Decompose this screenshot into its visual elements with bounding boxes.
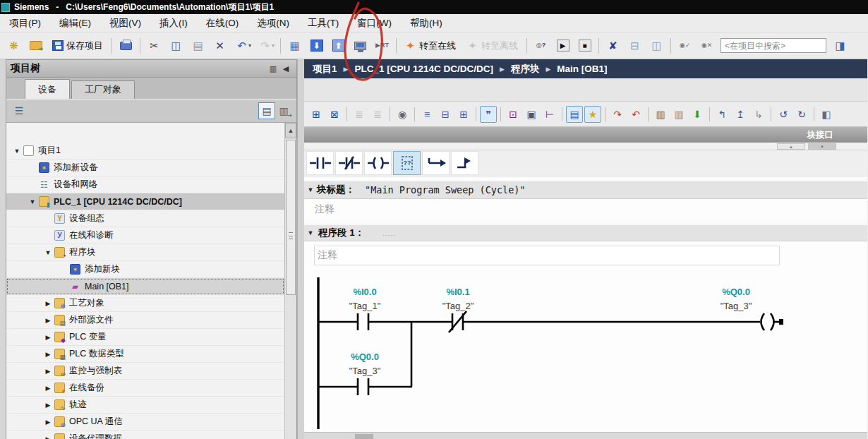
network-1-bar[interactable]: ▼ 程序段 1： ..... — [304, 224, 867, 241]
compile-icon[interactable]: ▦ — [284, 35, 305, 56]
goto-icon[interactable]: ◉ — [394, 106, 411, 123]
collapse-block-title-icon[interactable]: ▼ — [304, 186, 317, 193]
dropdown-arrow-icon[interactable]: ▾ — [248, 42, 251, 49]
expander-down-icon[interactable]: ▼ — [28, 198, 37, 205]
scrollbar-thumb[interactable] — [286, 140, 296, 295]
new-project-icon[interactable]: ❋ — [4, 35, 24, 56]
menu-project[interactable]: 项目(P) — [0, 14, 50, 32]
tree-item-program-blocks[interactable]: ▼▪程序块 — [6, 244, 284, 261]
save-project-button[interactable]: 保存项目 — [47, 35, 108, 56]
tree-item-plc-tags[interactable]: ▶◆PLC 变量 — [6, 329, 284, 346]
project-search-input[interactable] — [721, 38, 826, 53]
paste-icon[interactable]: ▤ — [188, 35, 208, 56]
expander-right-icon[interactable]: ▶ — [43, 334, 53, 341]
tree-item-plc-datatypes[interactable]: ▶▦PLC 数据类型 — [6, 346, 284, 363]
open-all-networks-icon[interactable]: ⊟ — [437, 106, 454, 123]
tree-item-traces[interactable]: ▶∿轨迹 — [6, 397, 284, 414]
start-runtime-icon[interactable]: ▶RT — [372, 35, 392, 56]
goto-next-error-icon[interactable]: ↷ — [609, 106, 626, 123]
upload-from-device-icon[interactable]: ⬆ — [328, 35, 349, 56]
insert-comment-box-icon[interactable]: ▣ — [523, 106, 540, 123]
redo-icon[interactable]: ↷▾ — [255, 35, 277, 56]
tree-item-online-diag[interactable]: У在线和诊断 — [6, 227, 284, 244]
contact1-tag[interactable]: "Tag_1" — [349, 301, 381, 311]
tree-item-add-block[interactable]: ✶添加新块 — [6, 261, 284, 278]
favorites-visible-icon[interactable]: ★ — [584, 106, 601, 123]
goto-prev-error-icon[interactable]: ↶ — [627, 106, 644, 123]
insert-row-icon[interactable]: ≣ — [351, 106, 368, 123]
apply-snapshot-icon[interactable]: ▥ — [670, 106, 687, 123]
keep-connection-icon[interactable]: ◉✓ — [675, 35, 695, 56]
coil-tag[interactable]: "Tag_3" — [721, 301, 752, 311]
tree-item-devices-networks[interactable]: ☷设备和网络 — [6, 176, 284, 193]
print-icon[interactable] — [116, 35, 136, 56]
tree-item-plc1[interactable]: ▼▮PLC_1 [CPU 1214C DC/DC/DC] — [6, 193, 284, 210]
tree-scrollbar[interactable]: ▲ — [284, 123, 296, 439]
favorite-empty-box-icon[interactable]: ?? — [393, 151, 421, 175]
block-comment-row[interactable]: 注释 — [304, 199, 867, 220]
open-project-icon[interactable] — [25, 35, 46, 56]
ladder-canvas[interactable]: %I0.0 "Tag_1" %I0.1 "Tag_2" %Q0.0 "Tag_3… — [304, 270, 867, 432]
insert-empty-box-icon[interactable]: ⊡ — [505, 106, 522, 123]
close-all-networks-icon[interactable]: ⊞ — [455, 106, 472, 123]
block-title-value[interactable]: "Main Program Sweep (Cycle)" — [365, 184, 526, 196]
dropdown-arrow-icon[interactable]: ▾ — [272, 42, 275, 49]
tree-item-main-ob1[interactable]: ▰Main [OB1] — [6, 278, 284, 295]
block-interface-bar[interactable]: 块接口 — [304, 127, 867, 143]
download-check-icon[interactable]: ⬇ — [689, 106, 706, 123]
snapshot-icon[interactable]: ▥ — [652, 106, 669, 123]
interface-collapse-icon[interactable]: ▼ — [808, 143, 836, 150]
expand-rungs-icon[interactable]: ≡ — [418, 106, 435, 123]
tab-devices[interactable]: 设备 — [25, 79, 70, 99]
expander-right-icon[interactable]: ▶ — [43, 435, 53, 439]
expander-right-icon[interactable]: ▶ — [43, 402, 53, 409]
open-object-icon[interactable]: ▥➜ — [275, 102, 292, 119]
contact2-address[interactable]: %I0.1 — [446, 287, 469, 297]
delete-row-icon[interactable]: ≣ — [369, 106, 386, 123]
undo-icon[interactable]: ↶▾ — [231, 35, 253, 56]
menu-tools[interactable]: 工具(T) — [299, 14, 348, 32]
insert-branch-icon[interactable]: ⊢ — [541, 106, 558, 123]
branch-contact-tag[interactable]: "Tag_3" — [349, 366, 381, 376]
menu-window[interactable]: 窗口(W) — [348, 14, 401, 32]
expander-right-icon[interactable]: ▶ — [43, 368, 53, 375]
collapse-panel-icon[interactable]: ◀ — [279, 63, 292, 74]
favorite-open-branch-icon[interactable] — [422, 151, 450, 175]
tree-item-tech-objects[interactable]: ▶✻工艺对象 — [6, 295, 284, 312]
delete-icon[interactable]: ✕ — [210, 35, 230, 56]
split-vertical-icon[interactable]: ◫ — [646, 35, 667, 56]
expander-right-icon[interactable]: ▶ — [43, 351, 53, 358]
tree-item-project1[interactable]: ▼项目1 — [6, 143, 284, 160]
bookmark-prev-icon[interactable]: ↺ — [775, 106, 792, 123]
accessible-devices-icon[interactable]: ◎? — [531, 35, 551, 56]
menu-help[interactable]: 帮助(H) — [401, 14, 452, 32]
block-comment-placeholder[interactable]: 注释 — [315, 203, 334, 216]
library-search-icon[interactable]: ◨ — [830, 35, 850, 56]
jump-del-icon[interactable]: ↳ — [750, 106, 767, 123]
network-title-placeholder[interactable]: ..... — [382, 229, 396, 237]
favorite-close-branch-icon[interactable] — [451, 151, 478, 175]
branch-contact-address[interactable]: %Q0.0 — [351, 351, 379, 362]
cut-icon[interactable]: ✂ — [144, 35, 164, 56]
tree-item-device-proxy[interactable]: ▶▥设备代理数据 — [6, 431, 284, 439]
tree-item-online-backups[interactable]: ▶●在线备份 — [6, 380, 284, 397]
tree-item-device-config[interactable]: Y设备组态 — [6, 210, 284, 227]
go-online-button[interactable]: ✦转至在线 — [400, 35, 461, 56]
split-horizontal-icon[interactable]: ⊟ — [625, 35, 645, 56]
tree-item-opc-ua[interactable]: ▶⊛OPC UA 通信 — [6, 414, 284, 431]
breadcrumb-item-2[interactable]: 程序块 — [511, 63, 540, 76]
panel-splitter[interactable] — [297, 59, 304, 439]
pane-toggle-icon[interactable]: ▥ — [267, 63, 279, 74]
interface-expand-icon[interactable]: ▲ — [777, 143, 805, 150]
jump-set-icon[interactable]: ↥ — [732, 106, 749, 123]
contact1-address[interactable]: %I0.0 — [353, 287, 376, 297]
network-comment-box[interactable]: 注释 — [314, 246, 780, 265]
start-simulation-icon[interactable] — [350, 35, 370, 56]
disconnect-icon[interactable]: ◉✕ — [697, 35, 717, 56]
favorite-no-contact-icon[interactable] — [306, 151, 334, 175]
collapse-network-icon[interactable]: ▼ — [304, 229, 317, 236]
toggle-comments-icon[interactable]: ❞ — [480, 106, 497, 123]
tree-view-icon[interactable]: ☰ — [11, 102, 28, 119]
edge-cut-icon[interactable]: ◧ — [818, 106, 835, 123]
favorite-coil-icon[interactable] — [364, 151, 392, 175]
